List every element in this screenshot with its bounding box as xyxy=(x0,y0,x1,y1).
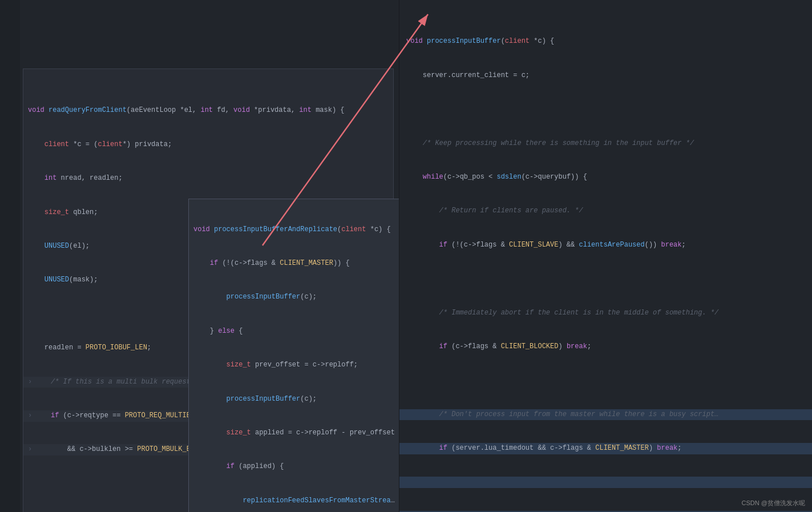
r-line-1: void processInputBuffer(client *c) { xyxy=(399,36,812,47)
popup-line-0: void processInputBufferAndReplicate(clie… xyxy=(189,224,399,236)
right-code-block: void processInputBuffer(client *c) { ser… xyxy=(399,0,812,512)
code-line-3: int nread, readlen; xyxy=(23,173,393,184)
right-panel: void processInputBuffer(client *c) { ser… xyxy=(399,0,812,512)
popup-line-2: processInputBuffer(c); xyxy=(189,292,399,303)
popup-line-4: size_t prev_offset = c->reploff; xyxy=(189,360,399,371)
r-line-empty3 xyxy=(399,375,812,386)
r-line-5: /* Return if clients are paused. */ xyxy=(399,205,812,217)
popup-line-6: size_t applied = c->reploff - prev_offse… xyxy=(189,428,399,439)
r-line-2: server.current_client = c; xyxy=(399,70,812,82)
popup-line-8: replicationFeedSlavesFromMasterStrea… xyxy=(189,495,399,507)
popup-line-3: } else { xyxy=(189,326,399,337)
r-line-4: while(c->qb_pos < sdslen(c->querybuf)) { xyxy=(399,172,812,183)
popup-line-7: if (applied) { xyxy=(189,461,399,473)
r-line-empty1 xyxy=(399,104,812,115)
r-line-10: if (server.lua_timedout && c->flags & CL… xyxy=(399,443,812,454)
watermark: CSDN @贫僧洗发水呢 xyxy=(742,499,805,507)
r-line-empty4 xyxy=(399,477,812,488)
r-line-7: /* Immediately abort if the client is in… xyxy=(399,308,812,319)
r-line-3: /* Keep processing while there is someth… xyxy=(399,138,812,150)
left-gutter xyxy=(0,0,20,512)
main-container: void readQueryFromClient(aeEventLoop *el… xyxy=(0,0,812,512)
left-panel: void readQueryFromClient(aeEventLoop *el… xyxy=(0,0,399,512)
r-line-empty2 xyxy=(399,273,812,285)
r-line-9: /* Don't process input from the master w… xyxy=(399,409,812,421)
r-line-6: if (!(c->flags & CLIENT_SLAVE) && client… xyxy=(399,240,812,251)
popup-line-1: if (!(c->flags & CLIENT_MASTER)) { xyxy=(189,258,399,269)
r-line-8: if (c->flags & CLIENT_BLOCKED) break; xyxy=(399,341,812,353)
code-line-1: void readQueryFromClient(aeEventLoop *el… xyxy=(23,105,393,116)
popup-code-block: void processInputBufferAndReplicate(clie… xyxy=(188,199,399,512)
code-line-2: client *c = (client*) privdata; xyxy=(23,139,393,151)
popup-line-5: processInputBuffer(c); xyxy=(189,394,399,405)
